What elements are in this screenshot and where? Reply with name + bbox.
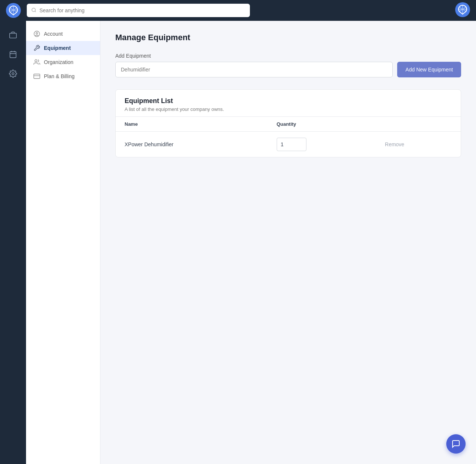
equipment-name-cell: XPower Dehumidifier (116, 132, 268, 157)
sidebar-item-organization-label: Organization (44, 59, 73, 65)
equipment-list-title: Equipment List (125, 97, 452, 105)
remove-button[interactable]: Remove (385, 141, 404, 147)
chat-support-button[interactable] (446, 434, 466, 454)
search-icon (31, 7, 36, 14)
equipment-list-section: Equipment List A list of all the equipme… (115, 89, 461, 157)
topbar (0, 0, 476, 21)
equipment-table: Name Quantity XPower Dehumidifier Remove (116, 116, 461, 157)
add-equipment-row: Add New Equipment (115, 62, 461, 77)
sidebar-item-plan-billing-label: Plan & Billing (44, 73, 75, 79)
credit-card-icon (33, 73, 40, 80)
add-equipment-input[interactable] (115, 62, 393, 77)
app-icon-right[interactable] (455, 2, 470, 17)
sidebar-item-organization[interactable]: Organization (26, 55, 100, 69)
quantity-stepper[interactable] (277, 138, 306, 151)
page-title: Manage Equipment (115, 33, 461, 42)
equipment-quantity-cell (268, 132, 376, 157)
svg-point-8 (35, 60, 37, 62)
sidebar-item-equipment-label: Equipment (44, 45, 71, 51)
app-logo[interactable] (6, 3, 21, 18)
sidebar-icon-calendar[interactable] (5, 46, 21, 63)
add-equipment-section: Add Equipment Add New Equipment (115, 53, 461, 77)
secondary-sidebar: Account Equipment Organization Plan & Bi… (26, 21, 100, 464)
sidebar-icon-settings[interactable] (5, 65, 21, 82)
wrench-icon (33, 45, 40, 51)
search-input[interactable] (39, 7, 245, 13)
svg-point-1 (32, 8, 35, 11)
topbar-right (455, 2, 470, 19)
equipment-action-cell: Remove (376, 132, 461, 157)
table-header-row: Name Quantity (116, 117, 461, 132)
svg-rect-4 (10, 52, 16, 58)
equipment-list-header: Equipment List A list of all the equipme… (116, 90, 461, 116)
sidebar-item-account-label: Account (44, 31, 63, 37)
users-icon (33, 59, 40, 65)
add-new-equipment-button[interactable]: Add New Equipment (397, 62, 461, 77)
svg-point-6 (34, 31, 40, 37)
search-bar[interactable] (27, 4, 250, 17)
main-content: Manage Equipment Add Equipment Add New E… (100, 21, 476, 464)
sidebar-item-equipment[interactable]: Equipment (26, 41, 100, 55)
equipment-list-subtitle: A list of all the equipment your company… (125, 106, 452, 112)
column-header-actions (376, 117, 461, 132)
main-layout: Account Equipment Organization Plan & Bi… (0, 21, 476, 464)
svg-rect-9 (34, 74, 40, 79)
sidebar-icon-briefcase[interactable] (5, 27, 21, 43)
sidebar-item-account[interactable]: Account (26, 27, 100, 41)
add-equipment-label: Add Equipment (115, 53, 461, 59)
chat-icon (451, 439, 460, 448)
icon-sidebar (0, 21, 26, 464)
user-circle-icon (33, 31, 40, 37)
column-header-name: Name (116, 117, 268, 132)
column-header-quantity: Quantity (268, 117, 376, 132)
svg-point-7 (36, 32, 38, 34)
svg-point-5 (12, 73, 14, 75)
table-row: XPower Dehumidifier Remove (116, 132, 461, 157)
sidebar-item-plan-billing[interactable]: Plan & Billing (26, 69, 100, 83)
svg-rect-3 (10, 33, 16, 38)
